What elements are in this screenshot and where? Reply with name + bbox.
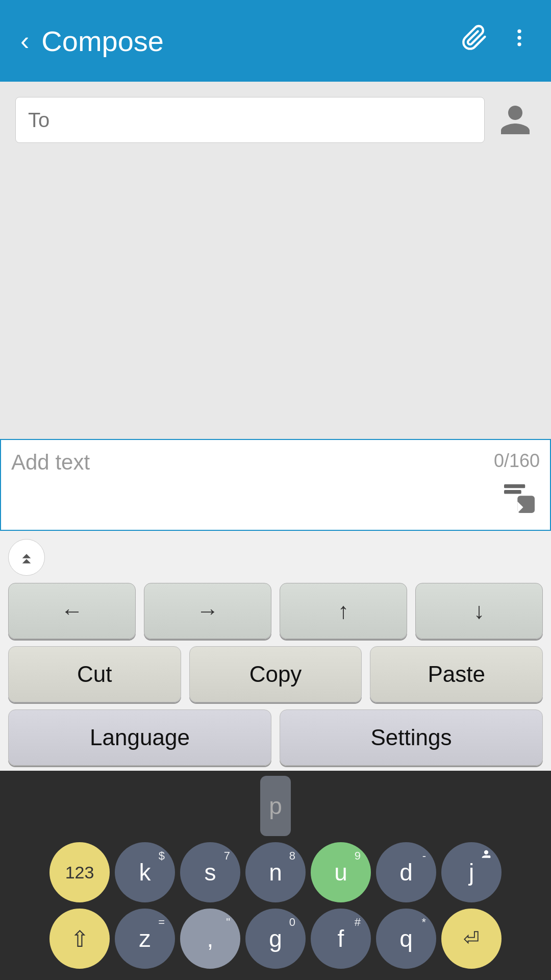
cut-button[interactable]: Cut bbox=[8, 646, 181, 702]
keyboard-row-2: ⇧ = z " , 0 g # f * q ⏎ bbox=[5, 909, 546, 969]
key-n[interactable]: 8 n bbox=[245, 842, 306, 902]
key-shift[interactable]: ⇧ bbox=[49, 909, 110, 969]
contact-picker-button[interactable] bbox=[495, 100, 536, 140]
svg-point-7 bbox=[488, 855, 490, 858]
svg-rect-4 bbox=[504, 490, 521, 494]
key-123[interactable]: 123 bbox=[49, 842, 110, 902]
header-title: Compose bbox=[41, 24, 461, 58]
header: ‹ Compose bbox=[0, 0, 551, 82]
back-button[interactable]: ‹ bbox=[20, 26, 29, 56]
arrow-up-key[interactable]: ↑ bbox=[280, 583, 407, 639]
template-button[interactable] bbox=[499, 480, 540, 516]
svg-point-0 bbox=[517, 30, 521, 33]
key-return[interactable]: ⏎ bbox=[441, 909, 502, 969]
header-icons bbox=[461, 24, 531, 57]
arrow-right-key[interactable]: → bbox=[144, 583, 271, 639]
key-f[interactable]: # f bbox=[311, 909, 371, 969]
key-p-partial[interactable]: p bbox=[260, 776, 291, 836]
key-comma[interactable]: " , bbox=[180, 909, 240, 969]
svg-rect-3 bbox=[504, 484, 525, 488]
settings-button[interactable]: Settings bbox=[280, 709, 543, 766]
keyboard-row-top-partial: p bbox=[5, 776, 546, 836]
svg-point-2 bbox=[517, 42, 521, 46]
paste-button[interactable]: Paste bbox=[370, 646, 543, 702]
text-input-bottom bbox=[11, 475, 540, 516]
copy-button[interactable]: Copy bbox=[189, 646, 362, 702]
to-input[interactable] bbox=[15, 97, 485, 143]
svg-point-1 bbox=[517, 36, 521, 39]
message-body bbox=[0, 153, 551, 439]
more-options-button[interactable] bbox=[508, 24, 531, 57]
arrow-left-key[interactable]: ← bbox=[8, 583, 136, 639]
text-input-top: Add text 0/160 bbox=[11, 450, 540, 475]
text-input-area[interactable]: Add text 0/160 bbox=[0, 439, 551, 531]
arrow-down-key[interactable]: ↓ bbox=[415, 583, 543, 639]
keyboard: p 123 $ k 7 s 8 n 9 u - d bbox=[0, 771, 551, 980]
keyboard-toolbar: ← → ↑ ↓ Cut Copy Paste Language Settings bbox=[0, 531, 551, 771]
arrow-keys-row: ← → ↑ ↓ bbox=[8, 583, 543, 639]
edit-action-keys: Cut Copy Paste bbox=[8, 646, 543, 702]
add-text-placeholder: Add text bbox=[11, 450, 90, 475]
key-s[interactable]: 7 s bbox=[180, 842, 240, 902]
key-g[interactable]: 0 g bbox=[245, 909, 306, 969]
language-settings-keys: Language Settings bbox=[8, 709, 543, 766]
key-j[interactable]: j bbox=[441, 842, 502, 902]
key-d[interactable]: - d bbox=[376, 842, 436, 902]
key-k[interactable]: $ k bbox=[115, 842, 175, 902]
key-q[interactable]: * q bbox=[376, 909, 436, 969]
attach-button[interactable] bbox=[461, 24, 488, 57]
compose-area bbox=[0, 82, 551, 153]
language-button[interactable]: Language bbox=[8, 709, 271, 766]
char-count: 0/160 bbox=[494, 450, 540, 472]
to-row bbox=[15, 97, 536, 143]
expand-toolbar-button[interactable] bbox=[8, 539, 45, 576]
key-z[interactable]: = z bbox=[115, 909, 175, 969]
keyboard-row-1: 123 $ k 7 s 8 n 9 u - d j bbox=[5, 842, 546, 902]
key-u[interactable]: 9 u bbox=[311, 842, 371, 902]
